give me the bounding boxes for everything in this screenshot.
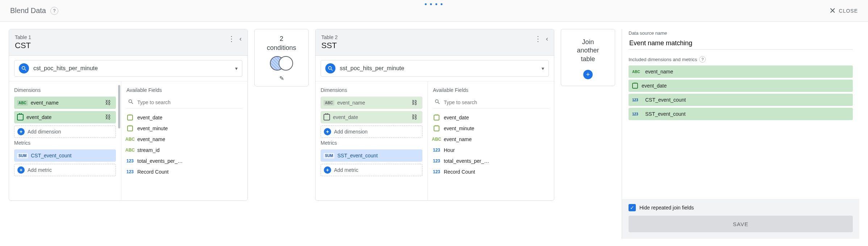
table-1-source-select[interactable]: cst_poc_hits_per_minute ▾ <box>14 60 242 77</box>
link-icon: ⛓ <box>412 114 420 120</box>
available-field[interactable]: 123Hour <box>433 145 549 156</box>
dimension-chip-event-name[interactable]: ABC event_name ⛓ <box>321 97 422 109</box>
available-field[interactable]: event_minute <box>126 123 242 134</box>
table-1-head: Table 1 CST ⋮ ‹ <box>9 29 247 56</box>
table-2-menu-icon[interactable]: ⋮ <box>534 34 542 43</box>
date-icon <box>434 115 439 120</box>
available-field[interactable]: 123Record Count <box>126 166 242 177</box>
table-1-index: Table 1 <box>15 34 31 40</box>
svg-point-0 <box>22 67 25 69</box>
available-field[interactable]: event_date <box>126 112 242 123</box>
add-metric-button[interactable]: + Add metric <box>14 164 116 176</box>
available-field[interactable]: event_minute <box>433 123 549 134</box>
svg-line-7 <box>438 102 439 104</box>
metrics-label: Metrics <box>14 140 116 146</box>
table-1-available-column: Available Fields event_date event_minute… <box>121 81 247 200</box>
search-icon <box>434 99 440 106</box>
join-another-line: table <box>577 55 599 63</box>
available-field-label: event_date <box>444 115 469 120</box>
close-button[interactable]: ✕ CLOSE <box>829 6 858 16</box>
table-1-source-name: cst_poc_hits_per_minute <box>33 65 231 72</box>
svg-line-1 <box>25 69 26 71</box>
date-icon <box>127 126 133 131</box>
calendar-icon <box>17 114 24 120</box>
chip-text: event_date <box>333 114 358 120</box>
chevron-down-icon: ▾ <box>235 65 238 71</box>
add-metric-label: Add metric <box>334 167 358 173</box>
hide-repeated-label: Hide repeated join fields <box>639 205 694 211</box>
available-field[interactable]: 123total_events_per_… <box>433 156 549 166</box>
number-type-icon: 123 <box>632 98 642 102</box>
add-dimension-button[interactable]: + Add dimension <box>14 126 116 138</box>
add-dimension-label: Add dimension <box>28 129 61 135</box>
included-field-sst-event-count[interactable]: 123 SST_event_count <box>629 108 853 120</box>
bigquery-icon <box>325 63 335 73</box>
bigquery-icon <box>19 63 29 73</box>
chevron-down-icon: ▾ <box>542 65 544 71</box>
available-field-label: event_name <box>137 136 165 142</box>
chip-text: SST_event_count <box>337 153 377 158</box>
table-2-name: SST <box>321 41 338 50</box>
add-table-icon[interactable]: + <box>583 70 593 79</box>
venn-diagram-icon <box>270 56 293 71</box>
available-field-label: Hour <box>444 147 455 153</box>
text-icon: ABC <box>126 137 134 142</box>
text-type-icon: ABC <box>632 70 642 74</box>
available-field[interactable]: 123Record Count <box>433 166 549 177</box>
available-field[interactable]: ABCevent_name <box>126 134 242 145</box>
help-icon[interactable]: ? <box>50 7 58 15</box>
chip-text: CST_event_count <box>645 97 686 103</box>
included-fields-label: Included dimensions and metrics <box>629 57 697 62</box>
included-field-cst-event-count[interactable]: 123 CST_event_count <box>629 94 853 106</box>
available-field-label: event_name <box>444 136 472 142</box>
number-icon: 123 <box>433 158 440 164</box>
link-icon: ⛓ <box>105 114 113 120</box>
svg-line-3 <box>132 102 133 104</box>
hide-repeated-join-fields-row[interactable]: ✓ Hide repeated join fields <box>629 204 853 211</box>
join-another-line: another <box>577 46 599 55</box>
number-icon: 123 <box>126 158 134 164</box>
blend-settings-panel: Data source name Included dimensions and… <box>622 29 859 239</box>
table-2-source-select[interactable]: sst_poc_hits_per_minute ▾ <box>321 60 549 77</box>
calendar-icon <box>324 114 330 120</box>
edit-join-icon[interactable]: ✎ <box>279 75 284 82</box>
included-field-event-name[interactable]: ABC event_name <box>629 65 853 78</box>
table-1-collapse-icon[interactable]: ‹ <box>239 35 242 43</box>
search-row <box>433 97 549 109</box>
metric-chip-sst-event-count[interactable]: SUM SST_event_count <box>321 149 422 162</box>
table-2-available-column: Available Fields event_date event_minute… <box>428 81 554 200</box>
table-2-collapse-icon[interactable]: ‹ <box>546 35 548 43</box>
save-button[interactable]: SAVE <box>629 216 853 232</box>
scrollbar-thumb[interactable] <box>118 85 120 128</box>
dimension-chip-event-name[interactable]: ABC event_name ⛓ <box>14 97 116 109</box>
chip-text: event_name <box>645 69 673 75</box>
table-1-menu-icon[interactable]: ⋮ <box>228 34 235 43</box>
available-fields-search[interactable] <box>137 99 241 105</box>
checkbox-checked-icon[interactable]: ✓ <box>629 204 636 211</box>
add-dimension-label: Add dimension <box>334 129 368 135</box>
available-field[interactable]: 123total_events_per_… <box>126 156 242 166</box>
available-field-label: total_events_per_… <box>444 158 489 164</box>
metrics-label: Metrics <box>321 140 422 146</box>
help-icon[interactable]: ? <box>699 56 706 63</box>
dimension-chip-event-date[interactable]: event_date ⛓ <box>321 111 422 123</box>
sum-type-icon: SUM <box>324 153 334 158</box>
join-another-table-card[interactable]: Join another table + <box>561 29 615 86</box>
add-metric-button[interactable]: + Add metric <box>321 164 422 176</box>
text-icon: ABC <box>433 137 440 142</box>
included-field-event-date[interactable]: event_date <box>629 80 853 92</box>
available-field[interactable]: event_date <box>433 112 549 123</box>
available-field[interactable]: ABCstream_id <box>126 145 242 156</box>
text-type-icon: ABC <box>324 100 334 106</box>
data-source-name-input[interactable] <box>629 37 853 50</box>
table-2-fields-column: Dimensions ABC event_name ⛓ event_date ⛓… <box>316 81 428 200</box>
add-dimension-button[interactable]: + Add dimension <box>321 126 422 138</box>
join-conditions-card[interactable]: 2 conditions ✎ <box>254 29 309 86</box>
table-2-head: Table 2 SST ⋮ ‹ <box>316 29 554 56</box>
metric-chip-cst-event-count[interactable]: SUM CST_event_count <box>14 149 116 162</box>
available-fields-search[interactable] <box>444 99 547 105</box>
join-label: conditions <box>267 44 296 52</box>
dimension-chip-event-date[interactable]: event_date ⛓ <box>14 111 116 123</box>
drag-handle-dots[interactable]: ● ● ● ● <box>425 1 444 7</box>
available-field[interactable]: ABCevent_name <box>433 134 549 145</box>
